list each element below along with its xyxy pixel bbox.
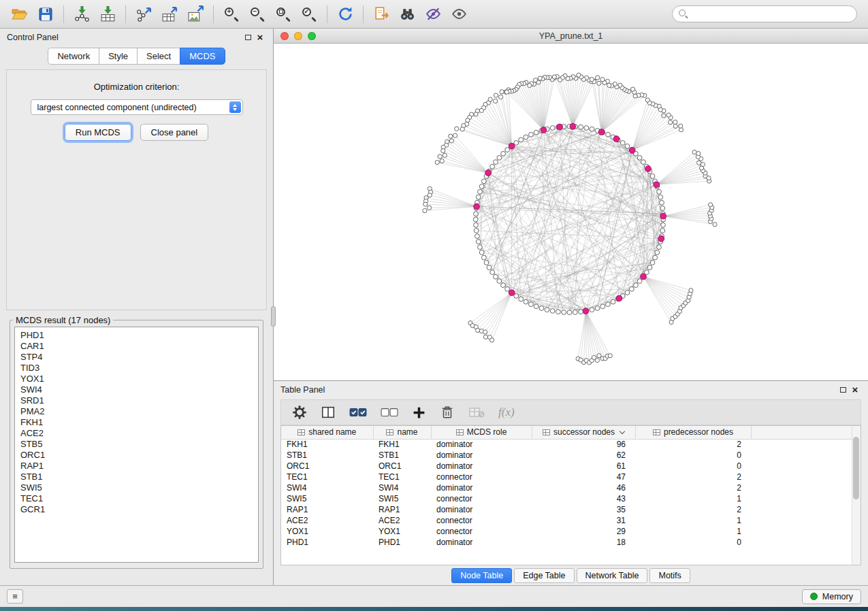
table-row[interactable]: YOX1YOX1connector291: [281, 526, 861, 537]
run-mcds-button[interactable]: Run MCDS: [65, 124, 131, 141]
table-row[interactable]: ACE2ACE2connector311: [281, 515, 861, 526]
window-close-icon[interactable]: [280, 32, 289, 40]
table-scrollbar[interactable]: [852, 426, 861, 565]
column-header-successor-nodes[interactable]: successor nodes: [532, 426, 635, 439]
search-input[interactable]: [672, 5, 857, 22]
search-icon: [678, 9, 688, 19]
table-row[interactable]: STB1STB1dominator620: [281, 450, 861, 461]
tab-node-table[interactable]: Node Table: [451, 568, 512, 583]
show-hide-button[interactable]: [446, 3, 472, 26]
column-header-name[interactable]: name: [373, 426, 431, 439]
table-row[interactable]: SWI5SWI5connector431: [281, 493, 861, 504]
show-columns-button[interactable]: [321, 402, 336, 423]
delete-table-button[interactable]: [468, 402, 485, 423]
close-table-panel-button[interactable]: ×: [849, 384, 861, 396]
graphics-details-button[interactable]: [420, 3, 446, 26]
export-document-button[interactable]: [368, 3, 394, 26]
column-grid-icon: [543, 429, 550, 435]
open-file-button[interactable]: [7, 3, 33, 26]
table-row[interactable]: PHD1PHD1dominator180: [281, 537, 861, 548]
network-canvas[interactable]: [274, 44, 868, 380]
first-neighbors-button[interactable]: [394, 3, 420, 26]
search-box: [672, 5, 857, 22]
mcds-result-item[interactable]: SWI4: [20, 384, 258, 395]
mcds-result-item[interactable]: PHD1: [20, 330, 258, 341]
deselect-all-icon: [381, 406, 398, 419]
column-header-MCDS-role[interactable]: MCDS role: [431, 426, 532, 439]
mcds-result-item[interactable]: CAR1: [20, 341, 258, 352]
import-table-button[interactable]: [95, 3, 120, 26]
tab-network-table[interactable]: Network Table: [577, 568, 648, 583]
zoom-in-button[interactable]: +: [219, 3, 244, 26]
delete-table-icon: [468, 406, 485, 419]
mcds-result-item[interactable]: STP4: [20, 352, 258, 363]
import-network-button[interactable]: [69, 3, 95, 26]
export-image-icon: [187, 5, 204, 22]
status-menu-button[interactable]: ≡: [7, 589, 23, 604]
mcds-result-item[interactable]: ACE2: [20, 428, 258, 439]
mcds-result-item[interactable]: FKH1: [20, 417, 258, 428]
memory-button[interactable]: Memory: [802, 589, 861, 604]
table-row[interactable]: TEC1TEC1connector472: [281, 472, 861, 482]
criterion-select[interactable]: largest connected component (undirected): [31, 99, 243, 115]
network-window-titlebar[interactable]: YPA_prune.txt_1: [274, 29, 868, 44]
network-view-window: YPA_prune.txt_1: [274, 29, 868, 381]
zoom-fit-button[interactable]: [270, 3, 296, 26]
columns-icon: [321, 405, 336, 420]
zoom-out-button[interactable]: −: [244, 3, 270, 26]
window-maximize-icon[interactable]: [308, 32, 316, 40]
sort-chevron-icon[interactable]: [620, 429, 625, 434]
tab-mcds[interactable]: MCDS: [180, 48, 225, 65]
column-grid-icon: [653, 429, 660, 435]
float-table-panel-button[interactable]: [837, 384, 849, 396]
delete-column-button[interactable]: [440, 402, 455, 423]
mcds-result-item[interactable]: RAP1: [20, 461, 258, 472]
close-icon: ×: [257, 32, 263, 42]
export-network-button[interactable]: [131, 3, 157, 26]
mcds-result-item[interactable]: TEC1: [20, 493, 258, 504]
deselect-all-button[interactable]: [381, 402, 398, 423]
mcds-result-item[interactable]: SRD1: [20, 395, 258, 406]
table-row[interactable]: ORC1ORC1dominator610: [281, 461, 861, 472]
mcds-result-list[interactable]: PHD1CAR1STP4TID3YOX1SWI4SRD1PMA2FKH1ACE2…: [14, 327, 259, 563]
tab-motifs[interactable]: Motifs: [649, 568, 690, 583]
toolbar-separator: [213, 5, 214, 23]
vertical-splitter[interactable]: [271, 306, 276, 327]
toolbar-separator: [125, 5, 126, 23]
memory-status-icon: [810, 593, 818, 600]
mcds-result-item[interactable]: STB1: [20, 472, 258, 482]
export-image-button[interactable]: [182, 3, 208, 26]
mcds-result-item[interactable]: SWI5: [20, 482, 258, 493]
mcds-result-item[interactable]: YOX1: [20, 374, 258, 384]
close-panel-button[interactable]: ×: [254, 31, 266, 44]
function-builder-button[interactable]: f(x): [498, 402, 515, 423]
tab-style[interactable]: Style: [99, 48, 138, 65]
trash-icon: [440, 405, 455, 420]
mcds-result-item[interactable]: STB5: [20, 439, 258, 450]
float-panel-button[interactable]: [242, 31, 254, 44]
export-table-button[interactable]: [157, 3, 182, 26]
table-row[interactable]: SWI4SWI4dominator462: [281, 482, 861, 493]
window-minimize-icon[interactable]: [294, 32, 302, 40]
table-row[interactable]: FKH1FKH1dominator962: [281, 439, 861, 450]
scrollbar-thumb[interactable]: [853, 437, 859, 499]
mcds-result-item[interactable]: TID3: [20, 363, 258, 374]
mcds-result-item[interactable]: PMA2: [20, 406, 258, 417]
zoom-selected-button[interactable]: ✓: [296, 3, 322, 26]
close-mcds-panel-button[interactable]: Close panel: [140, 124, 209, 141]
create-column-button[interactable]: [412, 402, 426, 423]
table-row[interactable]: RAP1RAP1dominator352: [281, 504, 861, 515]
graphics-details-icon: [425, 5, 442, 22]
refresh-button[interactable]: [332, 3, 358, 26]
tab-network[interactable]: Network: [48, 48, 99, 65]
column-header-predecessor-nodes[interactable]: predecessor nodes: [635, 426, 751, 439]
table-settings-button[interactable]: [292, 402, 307, 423]
table-toolbar: f(x): [280, 399, 861, 425]
mcds-result-item[interactable]: ORC1: [20, 450, 258, 461]
select-all-button[interactable]: [349, 402, 367, 423]
tab-select[interactable]: Select: [137, 48, 180, 65]
mcds-result-item[interactable]: GCR1: [20, 504, 258, 515]
save-button[interactable]: [33, 3, 59, 26]
tab-edge-table[interactable]: Edge Table: [514, 568, 574, 583]
column-header-shared-name[interactable]: shared name: [281, 426, 373, 439]
